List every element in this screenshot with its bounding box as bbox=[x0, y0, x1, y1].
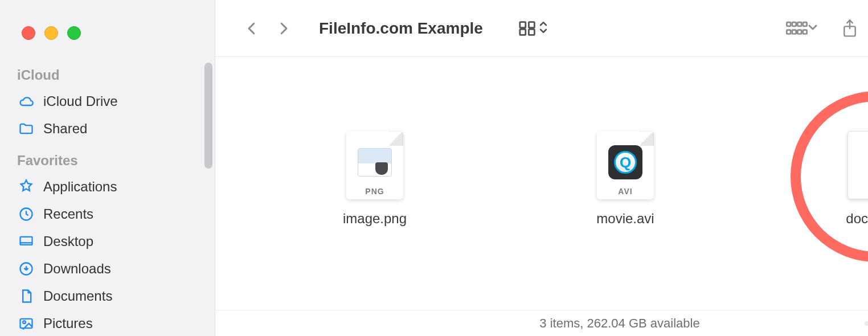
sidebar: iCloud iCloud Drive Shared Favorites App… bbox=[0, 0, 215, 336]
chevron-up-down-icon bbox=[538, 19, 549, 38]
view-mode-button[interactable] bbox=[518, 19, 549, 38]
file-name: document bbox=[846, 211, 868, 227]
status-bar: 3 items, 262.04 GB available bbox=[215, 310, 868, 336]
file-name: image.png bbox=[343, 211, 407, 227]
close-window-button[interactable] bbox=[22, 26, 35, 40]
sidebar-item-label: Applications bbox=[43, 179, 117, 195]
svg-rect-16 bbox=[803, 30, 807, 34]
sidebar-item-label: Pictures bbox=[43, 315, 93, 331]
file-grid[interactable]: PNG image.png Q AVI movie.avi document bbox=[215, 57, 868, 310]
sidebar-item-shared[interactable]: Shared bbox=[0, 115, 215, 142]
sidebar-section-header: Favorites bbox=[0, 148, 215, 173]
fullscreen-window-button[interactable] bbox=[67, 26, 81, 40]
svg-point-4 bbox=[23, 321, 26, 323]
picture-icon bbox=[17, 314, 35, 333]
nav-back-button[interactable] bbox=[238, 15, 265, 42]
clock-icon bbox=[17, 205, 35, 223]
file-name: movie.avi bbox=[596, 211, 654, 227]
svg-rect-1 bbox=[21, 237, 32, 245]
shared-folder-icon bbox=[17, 120, 35, 138]
finder-window: iCloud iCloud Drive Shared Favorites App… bbox=[0, 0, 868, 336]
sidebar-item-icloud-drive[interactable]: iCloud Drive bbox=[0, 88, 215, 115]
sidebar-item-applications[interactable]: Applications bbox=[0, 173, 215, 200]
window-title: FileInfo.com Example bbox=[319, 19, 483, 38]
sidebar-item-documents[interactable]: Documents bbox=[0, 282, 215, 310]
sidebar-item-label: Shared bbox=[43, 121, 87, 137]
desktop-icon bbox=[17, 232, 35, 251]
svg-rect-15 bbox=[797, 30, 801, 34]
svg-rect-9 bbox=[787, 22, 791, 26]
minimize-window-button[interactable] bbox=[44, 26, 58, 40]
svg-rect-12 bbox=[803, 22, 807, 26]
svg-rect-14 bbox=[792, 30, 796, 34]
sidebar-scrollbar[interactable] bbox=[204, 63, 212, 169]
window-controls bbox=[0, 16, 215, 40]
icon-size-slider[interactable] bbox=[865, 321, 868, 326]
chevron-down-icon bbox=[808, 22, 818, 35]
file-thumbnail-blank bbox=[847, 131, 868, 199]
svg-rect-6 bbox=[529, 22, 534, 27]
sidebar-item-desktop[interactable]: Desktop bbox=[0, 228, 215, 255]
sidebar-item-recents[interactable]: Recents bbox=[0, 200, 215, 228]
group-by-button[interactable] bbox=[786, 20, 818, 37]
svg-rect-5 bbox=[520, 22, 526, 27]
sidebar-item-label: Downloads bbox=[43, 261, 111, 277]
file-item[interactable]: document bbox=[819, 131, 868, 227]
sidebar-item-label: Documents bbox=[43, 288, 112, 304]
nav-forward-button[interactable] bbox=[270, 15, 297, 42]
file-thumbnail-avi: Q AVI bbox=[597, 131, 654, 199]
sidebar-section-header: iCloud bbox=[0, 63, 215, 88]
svg-rect-7 bbox=[520, 29, 526, 35]
sidebar-item-label: iCloud Drive bbox=[43, 93, 118, 109]
applications-icon bbox=[17, 178, 35, 196]
download-icon bbox=[17, 260, 35, 278]
status-text: 3 items, 262.04 GB available bbox=[539, 316, 699, 331]
svg-rect-10 bbox=[792, 22, 796, 26]
sidebar-item-label: Recents bbox=[43, 206, 93, 222]
toolbar: FileInfo.com Example bbox=[215, 0, 868, 57]
document-icon bbox=[17, 287, 35, 305]
sidebar-item-downloads[interactable]: Downloads bbox=[0, 255, 215, 282]
cloud-icon bbox=[17, 92, 35, 110]
file-item[interactable]: PNG image.png bbox=[318, 131, 432, 227]
svg-rect-11 bbox=[797, 22, 801, 26]
file-thumbnail-png: PNG bbox=[346, 131, 403, 199]
share-button[interactable] bbox=[836, 15, 863, 42]
sidebar-item-label: Desktop bbox=[43, 233, 93, 249]
svg-rect-13 bbox=[787, 30, 791, 34]
file-item[interactable]: Q AVI movie.avi bbox=[568, 131, 682, 227]
svg-rect-8 bbox=[529, 29, 534, 35]
file-type-badge: PNG bbox=[346, 187, 403, 196]
main-area: FileInfo.com Example bbox=[215, 0, 868, 336]
sidebar-item-pictures[interactable]: Pictures bbox=[0, 310, 215, 336]
file-type-badge: AVI bbox=[597, 187, 654, 196]
